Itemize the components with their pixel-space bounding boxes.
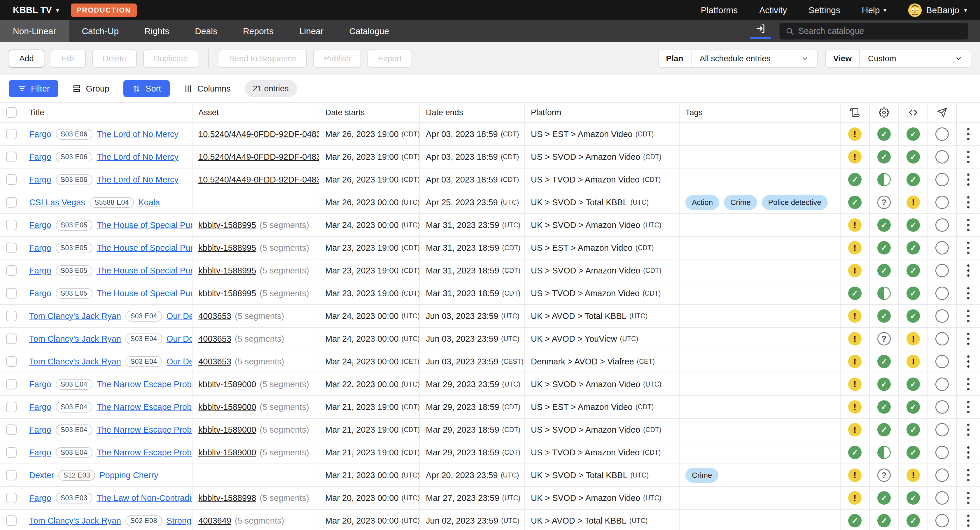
- asset-link[interactable]: kbbltv-1588995: [198, 221, 256, 230]
- nav-activity[interactable]: Activity: [759, 5, 787, 15]
- row-checkbox[interactable]: [6, 288, 17, 298]
- episode-link[interactable]: Our Death's: [167, 357, 192, 367]
- row-menu-button[interactable]: [964, 193, 972, 211]
- row-menu-button[interactable]: [964, 421, 972, 439]
- episode-link[interactable]: The House of Special Purpose: [97, 221, 192, 230]
- asset-link[interactable]: kbbltv-1589000: [198, 448, 256, 457]
- plan-select[interactable]: Plan All schedule entries: [658, 49, 818, 68]
- tab-catalogue[interactable]: Catalogue: [336, 20, 402, 42]
- episode-link[interactable]: The Law of Non-Contradiction: [97, 493, 192, 503]
- row-menu-button[interactable]: [964, 443, 972, 462]
- asset-link[interactable]: kbbltv-1589000: [198, 402, 256, 412]
- tab-catch-up[interactable]: Catch-Up: [69, 20, 132, 42]
- row-checkbox[interactable]: [6, 356, 17, 367]
- asset-link[interactable]: kbbltv-1588995: [198, 266, 256, 276]
- asset-link[interactable]: kbbltv-1589000: [198, 425, 256, 435]
- asset-link[interactable]: 10.5240/4A49-0FDD-92DF-0483-D1: [198, 152, 320, 162]
- series-link[interactable]: Fargo: [29, 379, 51, 389]
- episode-link[interactable]: The House of Special Purpose: [97, 289, 192, 298]
- episode-link[interactable]: Our Death's: [167, 311, 192, 321]
- row-checkbox[interactable]: [6, 197, 17, 208]
- row-checkbox[interactable]: [6, 265, 17, 276]
- nav-platforms[interactable]: Platforms: [701, 5, 738, 15]
- series-link[interactable]: Fargo: [29, 425, 51, 435]
- series-link[interactable]: Fargo: [29, 129, 51, 139]
- columns-button[interactable]: Columns: [184, 84, 231, 94]
- episode-link[interactable]: The Lord of No Mercy: [97, 175, 178, 184]
- user-menu[interactable]: BeBanjo ▾: [908, 3, 967, 17]
- asset-link[interactable]: 4003649: [198, 516, 231, 525]
- row-menu-button[interactable]: [964, 512, 972, 530]
- row-checkbox[interactable]: [6, 379, 17, 389]
- episode-link[interactable]: The Narrow Escape Problem: [97, 425, 192, 435]
- search-input[interactable]: [798, 26, 962, 36]
- asset-link[interactable]: 10.5240/4A49-0FDD-92DF-0483-D1: [198, 175, 320, 184]
- episode-link[interactable]: Popping Cherry: [99, 471, 158, 480]
- row-checkbox[interactable]: [6, 493, 17, 503]
- send-to-sequence-button[interactable]: Send to Sequence: [219, 49, 307, 68]
- row-checkbox[interactable]: [6, 333, 17, 344]
- series-link[interactable]: Fargo: [29, 493, 51, 503]
- tab-non-linear[interactable]: Non-Linear: [0, 20, 69, 42]
- row-checkbox[interactable]: [6, 175, 17, 185]
- row-menu-button[interactable]: [964, 330, 972, 348]
- duplicate-button[interactable]: Duplicate: [143, 49, 198, 68]
- asset-link[interactable]: 10.5240/4A49-0FDD-92DF-0483-D1: [198, 129, 320, 139]
- row-menu-button[interactable]: [964, 239, 972, 257]
- row-checkbox[interactable]: [6, 152, 17, 162]
- row-checkbox[interactable]: [6, 243, 17, 253]
- row-menu-button[interactable]: [964, 262, 972, 279]
- series-link[interactable]: Tom Clancy's Jack Ryan: [29, 334, 121, 344]
- episode-link[interactable]: Our Death's: [167, 334, 192, 344]
- row-checkbox[interactable]: [6, 424, 17, 435]
- row-menu-button[interactable]: [964, 125, 972, 143]
- delete-button[interactable]: Delete: [92, 49, 137, 68]
- series-link[interactable]: Fargo: [29, 175, 51, 184]
- account-switcher[interactable]: KBBL TV ▾: [13, 5, 59, 16]
- tab-reports[interactable]: Reports: [230, 20, 286, 42]
- series-link[interactable]: Fargo: [29, 243, 51, 253]
- export-button[interactable]: Export: [368, 49, 412, 68]
- series-link[interactable]: CSI Las Vegas: [29, 198, 85, 207]
- episode-link[interactable]: The Narrow Escape Problem: [97, 379, 192, 389]
- asset-link[interactable]: 4003653: [198, 311, 231, 321]
- filter-button[interactable]: Filter: [9, 80, 58, 97]
- add-button[interactable]: Add: [9, 49, 45, 68]
- asset-link[interactable]: kbbltv-1588995: [198, 289, 256, 298]
- nav-help[interactable]: Help ▾: [862, 5, 887, 15]
- episode-link[interactable]: The Narrow Escape Problem: [97, 402, 192, 412]
- row-menu-button[interactable]: [964, 171, 972, 189]
- tab-linear[interactable]: Linear: [286, 20, 336, 42]
- row-menu-button[interactable]: [964, 398, 972, 416]
- sort-button[interactable]: Sort: [123, 80, 170, 97]
- series-link[interactable]: Tom Clancy's Jack Ryan: [29, 516, 121, 525]
- row-menu-button[interactable]: [964, 216, 972, 234]
- episode-link[interactable]: The House of Special Purpose: [97, 243, 192, 253]
- row-checkbox[interactable]: [6, 311, 17, 321]
- episode-link[interactable]: The Narrow Escape Problem: [97, 448, 192, 457]
- series-link[interactable]: Fargo: [29, 266, 51, 276]
- tab-rights[interactable]: Rights: [132, 20, 182, 42]
- row-checkbox[interactable]: [6, 129, 17, 140]
- row-checkbox[interactable]: [6, 516, 17, 526]
- series-link[interactable]: Dexter: [29, 471, 54, 480]
- asset-link[interactable]: kbbltv-1588995: [198, 243, 256, 253]
- asset-link[interactable]: 4003653: [198, 357, 231, 367]
- episode-link[interactable]: Koala: [138, 198, 160, 207]
- episode-link[interactable]: The Lord of No Mercy: [97, 129, 178, 139]
- row-checkbox[interactable]: [6, 220, 17, 230]
- series-link[interactable]: Fargo: [29, 402, 51, 412]
- row-checkbox[interactable]: [6, 447, 17, 458]
- row-menu-button[interactable]: [964, 489, 972, 507]
- row-menu-button[interactable]: [964, 375, 972, 393]
- series-link[interactable]: Fargo: [29, 152, 51, 162]
- row-menu-button[interactable]: [964, 307, 972, 325]
- asset-link[interactable]: kbbltv-1588998: [198, 493, 256, 503]
- series-link[interactable]: Fargo: [29, 448, 51, 457]
- row-menu-button[interactable]: [964, 148, 972, 166]
- view-select[interactable]: View Custom: [825, 49, 971, 68]
- row-checkbox[interactable]: [6, 402, 17, 412]
- series-link[interactable]: Fargo: [29, 221, 51, 230]
- row-menu-button[interactable]: [964, 284, 972, 302]
- series-link[interactable]: Fargo: [29, 289, 51, 298]
